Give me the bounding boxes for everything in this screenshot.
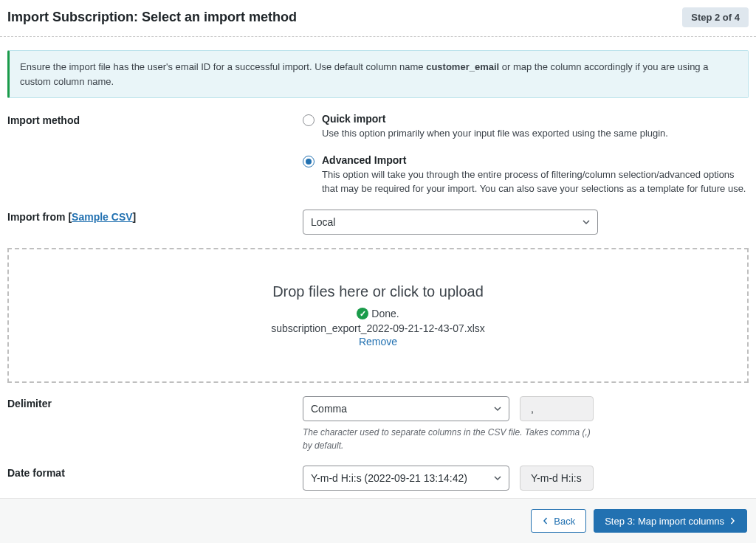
dropzone-done: ✓ Done. [357,308,399,319]
delimiter-help: The character used to separate columns i… [303,426,598,452]
radio-checked-icon [303,156,315,167]
import-from-label: Import from [Sample CSV] [7,210,303,235]
chevron-right-icon [729,517,736,525]
radio-unchecked-icon [303,114,315,126]
import-from-select[interactable]: Local [303,210,598,235]
page-title: Import Subscription: Select an import me… [7,10,297,25]
radio-advanced-title: Advanced Import [322,154,749,166]
back-button[interactable]: Back [531,509,586,533]
import-from-value: Local [303,210,598,235]
radio-advanced-desc: This option will take you through the en… [322,167,749,196]
radio-advanced-import[interactable]: Advanced Import This option will take yo… [303,154,749,196]
check-circle-icon: ✓ [357,308,368,319]
info-notice: Ensure the import file has the user's em… [7,50,749,98]
delimiter-select[interactable]: Comma [303,396,509,421]
date-format-select[interactable]: Y-m-d H:i:s (2022-09-21 13:14:42) [303,466,509,491]
remove-file-link[interactable]: Remove [16,336,740,347]
delimiter-value: Comma [303,396,509,421]
radio-quick-title: Quick import [322,113,668,125]
date-format-value: Y-m-d H:i:s (2022-09-21 13:14:42) [303,466,509,491]
radio-quick-import[interactable]: Quick import Use this option primarily w… [303,113,749,141]
chevron-left-icon [542,517,549,525]
delimiter-char: , [520,396,594,421]
notice-bold: customer_email [426,61,499,72]
footer-bar: Back Step 3: Map import columns [0,498,756,543]
step-badge: Step 2 of 4 [682,7,749,27]
sample-csv-link[interactable]: Sample CSV [72,211,132,223]
notice-text-before: Ensure the import file has the user's em… [20,61,426,72]
file-dropzone[interactable]: Drop files here or click to upload ✓ Don… [7,248,749,384]
date-format-preview: Y-m-d H:i:s [520,466,594,491]
delimiter-label: Delimiter [7,396,303,452]
divider [0,36,756,37]
dropzone-title: Drop files here or click to upload [16,283,740,300]
radio-quick-desc: Use this option primarily when your inpu… [322,126,668,141]
next-button[interactable]: Step 3: Map import columns [594,509,747,533]
import-method-label: Import method [7,113,303,196]
uploaded-filename: subscription_export_2022-09-21-12-43-07.… [16,322,740,334]
